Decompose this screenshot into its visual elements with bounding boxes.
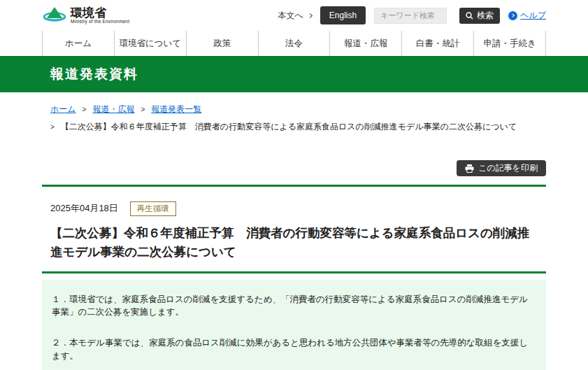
summary-item: １．環境省では、家庭系食品ロスの削減を支援するため、「消費者の行動変容等による家… bbox=[52, 293, 536, 318]
help-link[interactable]: ヘルプ bbox=[508, 10, 546, 22]
nav-item-press[interactable]: 報道・広報 bbox=[329, 31, 401, 56]
nav-item-laws[interactable]: 法令 bbox=[258, 31, 330, 56]
article-meta: 2025年04月18日 再生循環 bbox=[42, 201, 546, 216]
print-button-label: この記事を印刷 bbox=[478, 162, 538, 174]
print-row: この記事を印刷 bbox=[42, 160, 546, 176]
logo-text: 環境省 Ministry of the Environment bbox=[71, 7, 129, 24]
header-utility: 本文へ English 検索 ヘルプ bbox=[278, 6, 546, 24]
skip-link-label: 本文へ bbox=[278, 10, 303, 22]
search-button-label: 検索 bbox=[477, 10, 494, 22]
nav-item-home[interactable]: ホーム bbox=[42, 31, 114, 56]
breadcrumb-link-press-list[interactable]: 報道発表一覧 bbox=[151, 104, 201, 115]
skip-to-content-link[interactable]: 本文へ bbox=[278, 10, 312, 22]
chevron-right-icon bbox=[308, 13, 313, 17]
nav-item-policy[interactable]: 政策 bbox=[186, 31, 258, 56]
help-link-label: ヘルプ bbox=[520, 10, 546, 22]
global-nav: ホーム 環境省について 政策 法令 報道・広報 白書・統計 申請・手続き bbox=[0, 31, 588, 56]
main-content: ホーム > 報道・広報 > 報道発表一覧 > 【二次公募】令和６年度補正予算 消… bbox=[42, 104, 546, 370]
publish-date: 2025年04月18日 bbox=[50, 202, 118, 215]
moe-logo[interactable]: 環境省 Ministry of the Environment bbox=[42, 6, 129, 25]
breadcrumb-separator: > bbox=[50, 123, 55, 131]
breadcrumb-separator: > bbox=[83, 106, 87, 113]
print-article-button[interactable]: この記事を印刷 bbox=[457, 160, 546, 176]
page-banner: 報道発表資料 bbox=[0, 56, 588, 92]
breadcrumb-separator: > bbox=[141, 106, 145, 113]
summary-item: ２．本モデル事業では、家庭系の食品ロス削減に効果があると思われる地方公共団体や事… bbox=[52, 336, 536, 362]
logo-subtitle: Ministry of the Environment bbox=[71, 19, 129, 24]
search-icon bbox=[466, 12, 473, 20]
help-arrow-icon bbox=[508, 11, 517, 20]
nav-item-about[interactable]: 環境省について bbox=[114, 31, 186, 56]
breadcrumb: ホーム > 報道・広報 > 報道発表一覧 > 【二次公募】令和６年度補正予算 消… bbox=[42, 104, 546, 133]
breadcrumb-link-home[interactable]: ホーム bbox=[50, 104, 76, 115]
nav-item-procedures[interactable]: 申請・手続き bbox=[473, 31, 546, 56]
moe-logo-icon bbox=[42, 6, 67, 25]
breadcrumb-row-links: ホーム > 報道・広報 > 報道発表一覧 bbox=[50, 104, 546, 115]
summary-box: １．環境省では、家庭系食品ロスの削減を支援するため、「消費者の行動変容等による家… bbox=[42, 280, 546, 370]
divider-bottom bbox=[42, 271, 546, 273]
nav-item-whitepaper[interactable]: 白書・統計 bbox=[401, 31, 473, 56]
logo-title: 環境省 bbox=[71, 7, 129, 20]
category-badge[interactable]: 再生循環 bbox=[130, 201, 176, 216]
article-title: 【二次公募】令和６年度補正予算 消費者の行動変容等による家庭系食品ロスの削減推進… bbox=[42, 224, 540, 262]
page-title: 報道発表資料 bbox=[50, 66, 138, 81]
breadcrumb-link-press[interactable]: 報道・広報 bbox=[92, 104, 134, 115]
english-button[interactable]: English bbox=[320, 6, 366, 24]
site-header: 環境省 Ministry of the Environment 本文へ Engl… bbox=[42, 0, 546, 31]
printer-icon bbox=[465, 164, 474, 173]
search-button[interactable]: 検索 bbox=[459, 8, 500, 24]
search-input[interactable] bbox=[374, 8, 447, 24]
breadcrumb-current: 【二次公募】令和６年度補正予算 消費者の行動変容等による家庭系食品ロスの削減推進… bbox=[61, 121, 517, 133]
divider-top bbox=[42, 185, 546, 187]
breadcrumb-row-current: > 【二次公募】令和６年度補正予算 消費者の行動変容等による家庭系食品ロスの削減… bbox=[50, 121, 546, 133]
